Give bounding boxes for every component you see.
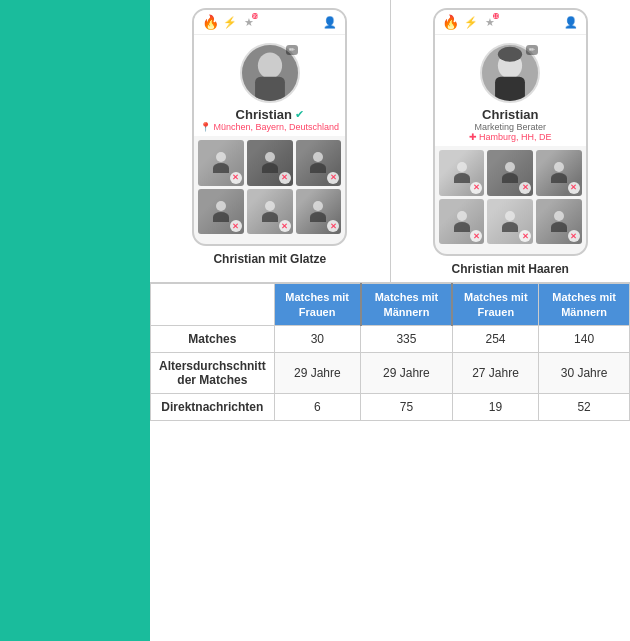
remove-photo-hair-2[interactable]: ✕ [519, 182, 531, 194]
profile-circle-wrapper-bald: ✏ [240, 43, 300, 103]
remove-photo-bald-3[interactable]: ✕ [327, 172, 339, 184]
profile-name-bald: Christian [236, 107, 292, 122]
phones-row: 🔥 ⚡ ★ 99 👤 [150, 0, 630, 283]
remove-photo-bald-2[interactable]: ✕ [279, 172, 291, 184]
photo-cell-hair-5: ✕ [487, 199, 533, 245]
location-text-hair: Hamburg, HH, DE [479, 132, 552, 142]
mini-body-hair-2 [502, 173, 518, 183]
mini-person-hair-4 [454, 211, 470, 232]
photo-cell-hair-3: ✕ [536, 150, 582, 196]
edit-btn-hair[interactable]: ✏ [526, 45, 538, 55]
mini-body-hair-3 [551, 173, 567, 183]
profile-name-row-hair: Christian [482, 107, 538, 122]
mini-head-bald-1 [216, 152, 226, 162]
photo-cell-bald-5: ✕ [247, 189, 293, 235]
mini-person-bald-2 [262, 152, 278, 173]
age-bald-women: 29 Jahre [274, 352, 360, 393]
header-bald-men-text: Matches mit Männern [375, 291, 439, 317]
phone-top-bar-bald: 🔥 ⚡ ★ 99 👤 [194, 10, 345, 35]
label-messages: Direktnachrichten [151, 393, 275, 420]
table-header-hair-men: Matches mit Männern [539, 284, 630, 326]
person-icon-hair: 👤 [564, 15, 578, 29]
mini-body-bald-2 [262, 163, 278, 173]
phone-caption-bald: Christian mit Glatze [213, 252, 326, 266]
table-row-matches: Matches 30 335 254 140 [151, 325, 630, 352]
main-container: 🔥 ⚡ ★ 99 👤 [0, 0, 630, 641]
remove-photo-hair-5[interactable]: ✕ [519, 230, 531, 242]
label-age: Altersdurchschnitt der Matches [151, 352, 275, 393]
mini-head-hair-6 [554, 211, 564, 221]
profile-circle-wrapper-hair: ✏ [480, 43, 540, 103]
remove-photo-bald-6[interactable]: ✕ [327, 220, 339, 232]
edit-btn-bald[interactable]: ✏ [286, 45, 298, 55]
person-icon-bald: 👤 [323, 15, 337, 29]
star-badge-bald: ★ 99 [242, 15, 256, 29]
badge-dot-bald: 99 [252, 13, 258, 19]
messages-hair-men: 52 [539, 393, 630, 420]
mini-person-bald-5 [262, 201, 278, 222]
mini-person-hair-2 [502, 162, 518, 183]
green-sidebar [0, 0, 150, 641]
mini-body-hair-6 [551, 222, 567, 232]
location-pin-bald: 📍 [200, 122, 211, 132]
mini-person-hair-3 [551, 162, 567, 183]
svg-point-6 [498, 47, 522, 62]
mini-person-hair-6 [551, 211, 567, 232]
table-header-bald-men: Matches mit Männern [361, 284, 453, 326]
phone-mockup-bald: 🔥 ⚡ ★ 99 👤 [192, 8, 347, 246]
header-hair-women-text: Matches mit Frauen [464, 291, 528, 317]
mini-head-hair-4 [457, 211, 467, 221]
mini-head-hair-5 [505, 211, 515, 221]
location-text-bald: München, Bayern, Deutschland [213, 122, 339, 132]
lightning-icon-hair: ⚡ [464, 15, 478, 29]
mini-person-bald-1 [213, 152, 229, 173]
photo-cell-bald-6: ✕ [296, 189, 342, 235]
mini-person-bald-3 [310, 152, 326, 173]
messages-hair-women: 19 [452, 393, 538, 420]
mini-person-hair-1 [454, 162, 470, 183]
mini-person-bald-4 [213, 201, 229, 222]
age-bald-men: 29 Jahre [361, 352, 453, 393]
table-corner-cell [151, 284, 275, 326]
remove-photo-bald-1[interactable]: ✕ [230, 172, 242, 184]
remove-photo-hair-3[interactable]: ✕ [568, 182, 580, 194]
phone-mockup-hair: 🔥 ⚡ ★ 10 👤 [433, 8, 588, 256]
svg-rect-7 [495, 77, 525, 101]
matches-hair-women: 254 [452, 325, 538, 352]
table-header-bald-women: Matches mit Frauen [274, 284, 360, 326]
mini-head-hair-1 [457, 162, 467, 172]
flame-icon-bald: 🔥 [202, 14, 218, 30]
messages-bald-women: 6 [274, 393, 360, 420]
content-area: 🔥 ⚡ ★ 99 👤 [150, 0, 630, 641]
table-row-messages: Direktnachrichten 6 75 19 52 [151, 393, 630, 420]
remove-photo-bald-4[interactable]: ✕ [230, 220, 242, 232]
profile-name-row-bald: Christian ✔ [236, 107, 304, 122]
messages-bald-men: 75 [361, 393, 453, 420]
remove-photo-bald-5[interactable]: ✕ [279, 220, 291, 232]
mini-head-bald-2 [265, 152, 275, 162]
mini-body-bald-3 [310, 163, 326, 173]
remove-photo-hair-4[interactable]: ✕ [470, 230, 482, 242]
badge-dot-hair: 10 [493, 13, 499, 19]
mini-body-hair-1 [454, 173, 470, 183]
mini-head-bald-6 [313, 201, 323, 211]
header-hair-men-text: Matches mit Männern [552, 291, 616, 317]
table-row-age: Altersdurchschnitt der Matches 29 Jahre … [151, 352, 630, 393]
star-badge-hair: ★ 10 [483, 15, 497, 29]
top-icons-left-hair: 🔥 ⚡ ★ 10 [443, 14, 497, 30]
mini-person-bald-6 [310, 201, 326, 222]
phone-section-bald: 🔥 ⚡ ★ 99 👤 [150, 0, 391, 282]
label-matches: Matches [151, 325, 275, 352]
remove-photo-hair-6[interactable]: ✕ [568, 230, 580, 242]
mini-head-hair-2 [505, 162, 515, 172]
profile-job-hair: Marketing Berater [474, 122, 546, 132]
photo-cell-hair-1: ✕ [439, 150, 485, 196]
lightning-icon-bald: ⚡ [223, 15, 237, 29]
age-hair-men: 30 Jahre [539, 352, 630, 393]
remove-photo-hair-1[interactable]: ✕ [470, 182, 482, 194]
photo-grid-hair: ✕ ✕ [435, 146, 586, 248]
profile-name-hair: Christian [482, 107, 538, 122]
phone-section-hair: 🔥 ⚡ ★ 10 👤 [391, 0, 631, 282]
photo-cell-hair-6: ✕ [536, 199, 582, 245]
table-header-hair-women: Matches mit Frauen [452, 284, 538, 326]
